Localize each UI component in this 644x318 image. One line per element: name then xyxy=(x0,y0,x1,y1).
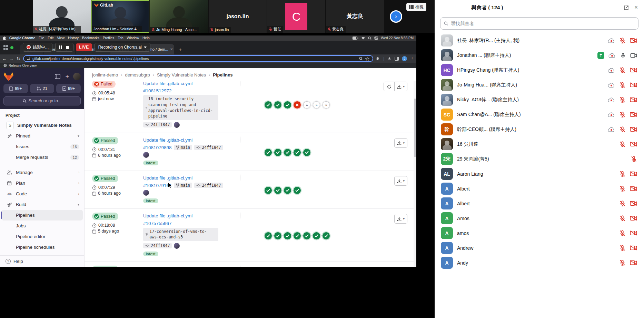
breadcrumb-item[interactable]: demosubgrp xyxy=(125,72,150,78)
video-tile[interactable]: C哲任 xyxy=(267,0,325,33)
tab-close-icon[interactable]: × xyxy=(170,47,173,52)
pipeline-status-badge[interactable]: Passed xyxy=(92,266,118,267)
stage-passed-icon[interactable] xyxy=(284,101,291,109)
stage-skipped-icon[interactable]: » xyxy=(303,101,310,109)
pipeline-title-link[interactable]: Update file .gitlab-ci.yml xyxy=(143,137,192,143)
sidebar-item-merge-requests[interactable]: Merge requests12 xyxy=(1,152,83,163)
side-panel-icon[interactable] xyxy=(395,57,399,61)
stage-passed-icon[interactable] xyxy=(274,187,281,194)
sidebar-item-pipelines[interactable]: Pipelines xyxy=(1,210,83,220)
participant-row[interactable]: Jonathan ... (聯席主持人) xyxy=(435,48,644,63)
site-settings-icon[interactable] xyxy=(27,57,30,60)
issues-count-pill[interactable]: 99+ xyxy=(3,84,28,93)
stage-passed-icon[interactable] xyxy=(274,101,281,109)
video-tile[interactable]: 黃志良黃志良 xyxy=(326,0,384,33)
menu-bookmarks[interactable]: Bookmarks xyxy=(82,36,99,40)
breadcrumb-item[interactable]: Pipelines xyxy=(213,72,232,78)
breadcrumb-item[interactable]: jonlimr-demo xyxy=(92,72,118,78)
participant-row[interactable]: HC HPingsy Chang (聯席主持人) xyxy=(435,63,644,78)
user-avatar[interactable] xyxy=(73,73,81,80)
pipeline-status-badge[interactable]: Passed xyxy=(92,213,118,220)
commit-sha-chip[interactable]: 24ff1847 xyxy=(143,122,172,127)
forward-button[interactable]: → xyxy=(9,56,14,61)
window-controls[interactable] xyxy=(3,45,13,50)
gitlab-logo-icon[interactable] xyxy=(3,72,14,81)
stage-passed-icon[interactable] xyxy=(294,187,301,194)
pipeline-status-badge[interactable]: Passed xyxy=(92,175,118,182)
pipeline-status-badge[interactable]: Passed xyxy=(92,137,118,144)
extension-icon[interactable] xyxy=(376,57,380,61)
ref-chip[interactable]: main xyxy=(174,183,192,188)
stop-icon[interactable] xyxy=(66,45,70,49)
pipeline-id-link[interactable]: #1081079898 xyxy=(143,145,172,150)
stage-passed-icon[interactable] xyxy=(284,187,291,194)
committer-avatar[interactable] xyxy=(143,190,149,196)
search-icon[interactable] xyxy=(368,37,371,40)
pipeline-status-badge[interactable]: Failed xyxy=(92,81,116,88)
stage-passed-icon[interactable] xyxy=(284,149,291,156)
author-avatar[interactable] xyxy=(240,81,240,86)
next-videos-button[interactable]: › xyxy=(390,10,402,23)
sidebar-item-project[interactable]: S Simply Vulnerable Notes xyxy=(1,120,83,131)
committer-avatar[interactable] xyxy=(174,122,180,128)
menu-tab[interactable]: Tab xyxy=(118,36,123,40)
stage-failed-icon[interactable] xyxy=(294,101,301,109)
participant-row[interactable]: 社長_林家瑋(R... (主持人, 我) xyxy=(435,33,644,48)
pipeline-title-link[interactable]: Update file .gitlab-ci.yml xyxy=(143,266,192,267)
download-artifacts-button[interactable]: ▾ xyxy=(394,82,407,91)
sidebar-item-build[interactable]: Build ▾ xyxy=(1,199,83,210)
stage-passed-icon[interactable] xyxy=(265,232,272,239)
video-tile[interactable]: GitLabJonathan Lim - Solution A... xyxy=(91,0,149,33)
commit-sha-chip[interactable]: 24ff1847 xyxy=(194,145,223,150)
pipeline-title-link[interactable]: Update file .gitlab-ci.yml xyxy=(143,213,192,218)
stage-passed-icon[interactable] xyxy=(294,149,301,156)
scrollbar-thumb[interactable] xyxy=(414,99,416,157)
stage-passed-icon[interactable] xyxy=(265,187,272,194)
bookmark-star-icon[interactable]: ☆ xyxy=(365,55,370,62)
stage-passed-icon[interactable] xyxy=(274,149,281,156)
sidebar-item-help[interactable]: ? Help xyxy=(0,255,84,267)
branch-chip[interactable]: 17-conversion-of-vms-to-aws-ecs-and-s3 xyxy=(143,228,218,241)
pipeline-id-link[interactable]: #1081512972 xyxy=(143,88,172,93)
participant-row[interactable]: 2宋 29 宋岡諺(菁5) xyxy=(435,152,644,166)
commit-sha-chip[interactable]: 24ff1847 xyxy=(194,183,223,188)
participant-row[interactable]: Nicky_AG3幹... (聯席主持人) xyxy=(435,92,644,107)
stage-skipped-icon[interactable]: » xyxy=(313,101,320,109)
video-tile[interactable]: 社長_林家瑋(Ray Lin)... xyxy=(33,0,91,33)
video-tile[interactable]: jason.linjason.lin xyxy=(209,0,267,33)
create-new-icon[interactable]: + xyxy=(65,73,69,80)
menu-help[interactable]: Help xyxy=(142,36,150,40)
download-artifacts-button[interactable]: ▾ xyxy=(395,214,407,223)
retry-pipeline-button[interactable] xyxy=(384,82,394,91)
stage-passed-icon[interactable] xyxy=(303,149,310,156)
chorus-recording-pill[interactable]: Recording on Chorus.ai xyxy=(95,43,150,52)
sidebar-item-plan[interactable]: Plan › xyxy=(1,178,83,188)
page-scrollbar[interactable] xyxy=(414,81,416,267)
stage-passed-icon[interactable] xyxy=(265,101,272,109)
stage-passed-icon[interactable] xyxy=(303,232,310,239)
bookmark-item[interactable]: Release Overview xyxy=(9,64,37,68)
todos-count-pill[interactable]: 99+ xyxy=(56,84,81,93)
pause-icon[interactable] xyxy=(59,45,62,49)
chrome-menu-icon[interactable]: ⋮ xyxy=(410,56,414,61)
view-layout-button[interactable]: 檢視 xyxy=(406,3,426,11)
stage-passed-icon[interactable] xyxy=(323,232,330,239)
video-tile[interactable]: Jo-Ming Huang - Acco... xyxy=(150,0,208,33)
pipeline-title-link[interactable]: Update file .gitlab-ci.yml xyxy=(143,81,192,86)
merge-requests-count-pill[interactable]: 21 xyxy=(30,84,55,93)
back-button[interactable]: ← xyxy=(2,56,7,61)
download-artifacts-button[interactable]: ▾ xyxy=(395,139,407,147)
committer-avatar[interactable] xyxy=(174,243,180,249)
participant-row[interactable]: Jo-Ming Hua... (聯席主持人) xyxy=(435,78,644,92)
author-avatar[interactable] xyxy=(240,174,240,181)
stage-passed-icon[interactable] xyxy=(265,149,272,156)
stage-skipped-icon[interactable]: » xyxy=(323,101,330,109)
gitlab-search[interactable]: Search or go to... xyxy=(3,96,81,105)
commit-sha-chip[interactable]: 24ff1847 xyxy=(143,243,172,248)
participant-row[interactable]: 16 吳川達 xyxy=(435,137,644,152)
sidebar-item-pipeline-editor[interactable]: Pipeline editor xyxy=(1,231,83,242)
sidebar-item-pinned[interactable]: Pinned▾ xyxy=(1,131,83,141)
sidebar-item-code[interactable]: </> Code › xyxy=(1,188,83,199)
pipeline-title-link[interactable]: Update file .gitlab-ci.yml xyxy=(143,175,192,181)
participant-row[interactable]: A amos xyxy=(435,226,644,240)
